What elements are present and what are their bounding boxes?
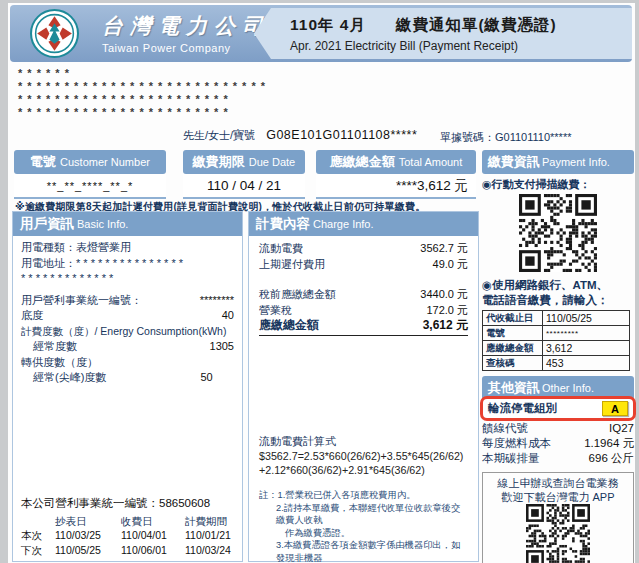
regular-kwh-row: 經常度數1305 xyxy=(21,339,234,355)
service-address-row: 用電地址：* * * * * * * * * * * * * * * xyxy=(21,256,234,272)
due-date-label-en: Due Date xyxy=(249,156,295,168)
base-degree-row: 底度40 xyxy=(21,308,234,324)
company-name: 台灣電力公司 Taiwan Power Company xyxy=(102,12,270,54)
customer-number-label-zh: 電號 xyxy=(30,153,56,171)
meter-header-blank xyxy=(21,514,55,529)
fuel-cost-row: 每度燃料成本1.1964 元 xyxy=(482,436,634,451)
app-qr-code xyxy=(526,554,590,563)
note-line: 註：1.營業稅已併入各項應稅費用內。 xyxy=(259,489,468,502)
service-address-label: 用電地址： xyxy=(21,257,76,269)
flow-charge-label: 流動電費 xyxy=(259,241,303,257)
company-name-zh: 台灣電力公司 xyxy=(102,12,270,40)
meter-row-next: 下次 xyxy=(21,543,55,558)
meter-cell: 110/01/21 xyxy=(185,528,249,543)
late-fee-label: 上期遲付費用 xyxy=(259,257,325,273)
table-row: 電號********* xyxy=(483,326,630,341)
late-fee-value: 49.0 元 xyxy=(433,257,468,273)
masked-row: * * * * * * xyxy=(18,67,266,80)
carbon-row: 本期碳排量696 公斤 xyxy=(482,451,634,466)
collection-deadline-value: 110/05/25 xyxy=(543,311,630,326)
bill-period: 110年 4月 xyxy=(290,16,366,33)
note-line: 作為繳費憑證。 xyxy=(259,527,468,540)
electricity-bill: 台灣電力公司 Taiwan Power Company 110年 4月繳費通知單… xyxy=(8,3,635,563)
basic-info-title-zh: 用戶資訊 xyxy=(20,216,74,231)
electricity-type-row: 用電種類：表燈營業用 xyxy=(21,240,234,256)
table-row: 應繳總金額3,612 xyxy=(483,341,630,356)
customer-no-value: ********* xyxy=(543,326,630,341)
atm-pay-label-2: 電話語音繳費，請輸入： xyxy=(482,293,634,308)
atm-pay-label-1: ◉使用網路銀行、ATM、 xyxy=(482,278,634,293)
electricity-type-value: 表燈營業用 xyxy=(76,241,131,253)
customer-no-label: 電號 xyxy=(483,326,543,341)
business-id-value: ******** xyxy=(200,293,234,309)
bill-notes: 註：1.營業稅已併入各項應稅費用內。 2.請持本單繳費，本聯經代收單位收款章後交… xyxy=(259,489,468,563)
payment-info-title-zh: 繳費資訊 xyxy=(488,154,540,169)
payment-info-header: 繳費資訊Payment Info. xyxy=(482,150,634,174)
business-id-label: 用戶營利事業統一編號： xyxy=(21,293,142,309)
meter-row-current: 本次 xyxy=(21,528,55,543)
consumption-heading: 計費度數（度）/ Energy Consumption(kWh) xyxy=(21,324,234,340)
header-band: 台灣電力公司 Taiwan Power Company 110年 4月繳費通知單… xyxy=(10,5,632,62)
meter-header-period: 計費期間 xyxy=(185,514,249,529)
outage-group-label: 輪流停電組別 xyxy=(488,401,557,416)
charge-info-content: 流動電費3562.7 元 上期遲付費用49.0 元 稅前應繳總金額3440.0 … xyxy=(249,236,478,563)
peak-kwh-row: 經常(尖峰)度數50 xyxy=(21,370,213,386)
regular-kwh-label: 經常度數 xyxy=(33,339,77,355)
outage-group-annotation: 輪流停電組別 A xyxy=(480,396,636,421)
charge-info-title-zh: 計費內容 xyxy=(256,216,310,231)
recipient-label: 先生/女士/寶號 xyxy=(183,129,255,141)
taipower-logo-icon xyxy=(30,9,79,58)
masked-row: * * * * * * * * * * * * * * * * * * * * … xyxy=(18,106,266,119)
payment-info-title-en: Payment Info. xyxy=(542,156,610,168)
pretax-total-row: 稅前應繳總金額3440.0 元 xyxy=(259,287,468,303)
other-info-title-zh: 其他資訊 xyxy=(488,380,540,395)
basic-info-content: 用電種類：表燈營業用 用電地址：* * * * * * * * * * * * … xyxy=(13,236,242,561)
meter-header-read-date: 抄表日 xyxy=(55,514,121,529)
sales-tax-label: 營業稅 xyxy=(259,303,292,319)
business-id-row: 用戶營利事業統一編號：******** xyxy=(21,293,234,309)
note-line: 3.本繳費憑證各項金額數字係由機器印出，如發現非機器 xyxy=(259,539,468,563)
customer-number-value: **_**_****_**_* xyxy=(14,174,166,199)
flow-charge-row: 流動電費3562.7 元 xyxy=(259,241,468,257)
regular-kwh-value: 1305 xyxy=(210,339,234,355)
receipt-number: 單據號碼：G01101110***** xyxy=(440,130,571,145)
payment-info-column: 繳費資訊Payment Info. ◉行動支付掃描繳費： ◉使用網路銀行、ATM… xyxy=(482,150,634,562)
payment-input-table: 代收截止日110/05/25 電號********* 應繳總金額3,612 查核… xyxy=(482,310,630,371)
recipient-line: 先生/女士/寶號 G08E101G01101108***** xyxy=(183,128,417,143)
recipient-number: G08E101G01101108***** xyxy=(266,128,417,142)
total-amount-box: 應繳總金額Total Amount ****3,612 元 xyxy=(316,150,476,199)
meter-schedule-table: 抄表日 收費日 計費期間 本次 110/03/25 110/04/01 110/… xyxy=(21,514,234,558)
bill-title-en: Apr. 2021 Electricity Bill (Payment Rece… xyxy=(290,39,632,53)
basic-info-header: 用戶資訊Basic Info. xyxy=(13,212,242,236)
base-degree-value: 40 xyxy=(222,308,234,324)
customer-number-box: 電號Customer Number **_**_****_**_* xyxy=(14,150,166,199)
meter-header-bill-date: 收費日 xyxy=(121,514,185,529)
pretax-total-value: 3440.0 元 xyxy=(420,287,468,303)
app-promo-line1: 線上申辦或查詢台電業務 xyxy=(485,476,631,490)
bill-title-text: 繳費通知單(繳費憑證) xyxy=(396,16,557,33)
basic-info-panel: 用戶資訊Basic Info. 用電種類：表燈營業用 用電地址：* * * * … xyxy=(12,211,243,562)
total-amount-header: 應繳總金額Total Amount xyxy=(316,150,476,174)
feeder-code-row: 饋線代號IQ27 xyxy=(482,421,634,436)
fuel-cost-value: 1.1964 元 xyxy=(584,436,634,451)
transfer-heading: 轉供度數（度） xyxy=(21,355,234,371)
bill-title-zh: 110年 4月繳費通知單(繳費憑證) xyxy=(290,15,632,36)
electricity-type-label: 用電種類： xyxy=(21,241,76,253)
basic-info-title-en: Basic Info. xyxy=(77,218,128,230)
service-address-masked: * * * * * * * * * * * * * * * xyxy=(76,257,183,269)
table-row: 查核碼453 xyxy=(483,356,630,371)
charge-info-header: 計費內容Charge Info. xyxy=(249,212,478,236)
flow-charge-value: 3562.7 元 xyxy=(420,241,468,257)
other-info-title-en: Other Info. xyxy=(542,382,594,394)
sales-tax-value: 172.0 元 xyxy=(426,303,468,319)
calc-formula-title: 流動電費計算式 xyxy=(259,434,468,450)
meter-cell: 110/03/24 xyxy=(185,543,249,558)
taipower-app-box: 線上申辦或查詢台電業務 歡迎下載台灣電力 APP xyxy=(482,472,634,563)
pretax-total-label: 稅前應繳總金額 xyxy=(259,287,336,303)
due-date-value: 110 / 04 / 21 xyxy=(183,174,305,199)
charge-info-title-en: Charge Info. xyxy=(313,218,374,230)
mobile-pay-label: ◉行動支付掃描繳費： xyxy=(482,177,634,192)
grand-total-label: 應繳總金額 xyxy=(259,318,319,334)
masked-row: * * * * * * * * * * * * * * * * * * * * … xyxy=(18,93,266,106)
company-name-en: Taiwan Power Company xyxy=(102,42,270,54)
